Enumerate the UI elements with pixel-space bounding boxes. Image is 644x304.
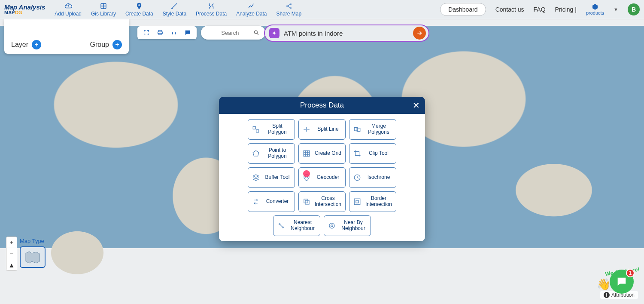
share-icon: [285, 2, 293, 10]
clip-icon: [353, 149, 361, 158]
add-layer[interactable]: Layer +: [11, 40, 41, 49]
modal-title: Process Data: [300, 101, 344, 110]
nav-create-data[interactable]: Create Data: [125, 2, 153, 17]
tool-buffer[interactable]: Buffer Tool: [248, 167, 295, 188]
split-polygon-icon: [252, 125, 260, 134]
plus-icon: +: [32, 40, 41, 49]
nl-query-input[interactable]: [284, 30, 409, 37]
zoom-out-button[interactable]: −: [6, 248, 17, 259]
north-arrow-button[interactable]: ▲: [6, 259, 17, 270]
modal-body: Split Polygon Split Line Merge Polygons …: [219, 114, 425, 241]
dashboard-button[interactable]: Dashboard: [440, 3, 486, 16]
isochrone-icon: [353, 173, 361, 182]
tool-clip[interactable]: Clip Tool: [349, 143, 396, 164]
pin-icon: [135, 2, 143, 10]
brand-title: Map Analysis: [4, 4, 45, 10]
plus-icon: +: [112, 40, 122, 49]
svg-point-1: [139, 4, 140, 6]
border-intersection-icon: [353, 197, 361, 206]
cross-intersection-icon: [302, 197, 311, 206]
tool-cross-intersection[interactable]: Cross Intersection: [298, 191, 346, 212]
tool-point-to-polygon[interactable]: Point to Polygon: [248, 143, 295, 164]
user-avatar[interactable]: B: [628, 3, 640, 15]
svg-point-20: [331, 225, 333, 227]
tool-converter[interactable]: Converter: [248, 191, 295, 212]
svg-point-6: [254, 31, 257, 34]
zoom-in-button[interactable]: +: [6, 237, 17, 248]
tool-merge-polygons[interactable]: Merge Polygons: [349, 119, 396, 140]
svg-marker-11: [253, 150, 259, 156]
analyze-icon: [248, 2, 255, 10]
faq-link[interactable]: FAQ: [534, 6, 546, 13]
nav-style-data[interactable]: Style Data: [163, 2, 186, 17]
zoom-control: + − ▲: [6, 236, 17, 271]
print-icon[interactable]: [156, 29, 164, 37]
info-icon: i: [604, 292, 610, 298]
layer-group-panel: Layer + Group +: [4, 19, 129, 54]
svg-rect-15: [305, 200, 309, 204]
svg-point-2: [172, 8, 173, 9]
tool-nearby-neighbour[interactable]: Near By Neighbour: [324, 215, 371, 236]
chat-badge: 1: [626, 269, 635, 277]
tool-geocoder[interactable]: Geocoder: [298, 167, 346, 188]
nl-query-box[interactable]: ✦: [264, 25, 429, 42]
comment-icon[interactable]: [184, 29, 191, 37]
svg-point-5: [290, 7, 292, 9]
tool-border-intersection[interactable]: Border Intersection: [349, 191, 396, 212]
map-toolbar: [137, 26, 265, 40]
svg-rect-16: [354, 199, 360, 205]
search-box[interactable]: [201, 26, 265, 40]
buffer-icon: [252, 173, 260, 182]
tool-nearest-neighbour[interactable]: Nearest Neighbour: [273, 215, 320, 236]
tool-isochrone[interactable]: Isochrone: [349, 167, 396, 188]
geocoder-icon: [302, 173, 311, 182]
sparkle-icon: ✦: [269, 28, 279, 38]
nav-gis-library[interactable]: Gis Library: [91, 2, 116, 17]
cloud-upload-icon: [64, 2, 72, 10]
modal-header: Process Data ✕: [219, 97, 425, 114]
point-polygon-icon: [252, 149, 260, 158]
nav-analyze-data[interactable]: Analyze Data: [236, 2, 267, 17]
measure-icon[interactable]: [170, 29, 178, 37]
split-line-icon: [302, 125, 311, 134]
nav-add-upload[interactable]: Add Upload: [55, 2, 82, 17]
contact-link[interactable]: Contact us: [495, 6, 524, 13]
svg-point-3: [286, 6, 288, 7]
nearby-icon: [328, 221, 336, 230]
library-icon: [100, 2, 107, 10]
search-input[interactable]: [207, 30, 253, 36]
brand-logo[interactable]: Map Analysis MAPOG: [4, 4, 45, 15]
style-icon: [170, 2, 178, 10]
tool-split-line[interactable]: Split Line: [298, 119, 346, 140]
close-icon[interactable]: ✕: [413, 100, 420, 111]
map-tool-icons: [137, 26, 197, 39]
add-group[interactable]: Group +: [90, 40, 122, 49]
globe-icon: [24, 250, 41, 264]
maptype-label: Map Type: [20, 238, 44, 244]
process-icon: [207, 2, 215, 10]
search-icon: [253, 29, 259, 36]
grid-icon: [302, 149, 311, 158]
svg-point-4: [290, 3, 292, 5]
nav-share-map[interactable]: Share Map: [276, 2, 302, 17]
svg-point-21: [329, 223, 334, 228]
nav-process-data[interactable]: Process Data: [196, 2, 227, 17]
maptype-thumbnail[interactable]: [20, 246, 46, 268]
fullscreen-icon[interactable]: [143, 29, 150, 37]
tool-split-polygon[interactable]: Split Polygon: [248, 119, 295, 140]
arrow-right-icon: [416, 30, 423, 37]
pricing-link[interactable]: Pricing |: [555, 6, 577, 13]
chevron-down-icon[interactable]: ▼: [614, 7, 618, 12]
submit-button[interactable]: [413, 27, 426, 40]
map-area[interactable]: Layer + Group + ✦ + − ▲ Map Type: [0, 19, 644, 304]
products-dropdown[interactable]: products: [586, 3, 604, 15]
topbar: Map Analysis MAPOG Add Upload Gis Librar…: [0, 0, 644, 19]
svg-point-12: [306, 176, 308, 178]
tool-create-grid[interactable]: Create Grid: [298, 143, 346, 164]
nearest-icon: [277, 221, 286, 230]
svg-rect-14: [304, 199, 308, 203]
svg-rect-7: [253, 126, 255, 129]
chat-button[interactable]: 1: [610, 270, 634, 294]
brand-sub: MAPOG: [4, 10, 22, 15]
process-data-modal: Process Data ✕ Split Polygon Split Line …: [219, 97, 425, 241]
